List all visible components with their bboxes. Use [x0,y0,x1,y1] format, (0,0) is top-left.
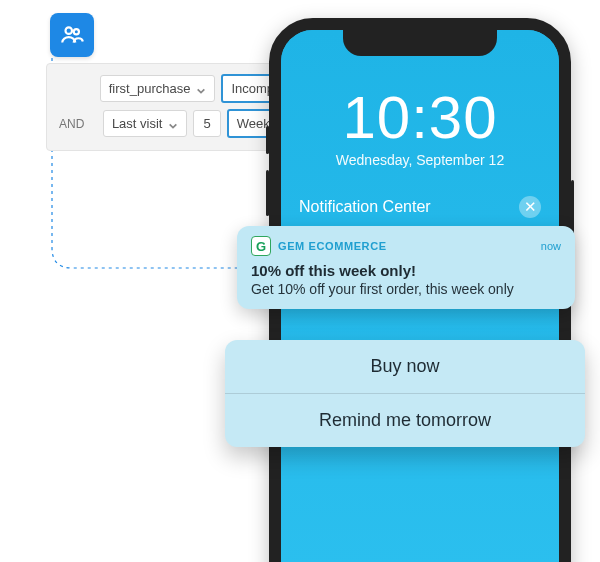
notification-app-name: GEM ECOMMERCE [278,240,387,252]
svg-point-1 [74,29,79,34]
notification-actions: Buy now Remind me tomorrow [225,340,585,447]
push-notification-card[interactable]: G GEM ECOMMERCE now 10% off this week on… [237,226,575,309]
filter-value-input[interactable]: 5 [193,110,220,137]
canvas: first_purchase Incomplete AND Last visit… [0,0,600,562]
phone-notch [343,28,497,56]
filter-attribute-label: Last visit [112,116,163,131]
filter-value-label: 5 [203,116,210,131]
notification-body: Get 10% off your first order, this week … [251,281,561,297]
chevron-down-icon [168,119,178,129]
notification-title: 10% off this week only! [251,262,561,279]
notification-center-title: Notification Center [299,198,431,216]
people-icon [59,22,85,48]
notification-timestamp: now [541,240,561,252]
svg-point-0 [66,27,73,34]
chevron-down-icon [196,84,206,94]
phone-side-button [266,170,269,216]
filter-attribute-first-purchase[interactable]: first_purchase [100,75,216,102]
lockscreen-date: Wednesday, September 12 [281,152,559,168]
and-operator-label: AND [59,117,97,131]
app-icon: G [251,236,271,256]
filter-attribute-label: first_purchase [109,81,191,96]
lockscreen-time: 10:30 [281,88,559,148]
filter-attribute-last-visit[interactable]: Last visit [103,110,188,137]
action-remind-tomorrow-button[interactable]: Remind me tomorrow [225,393,585,447]
notification-center-header: Notification Center ✕ [299,196,541,218]
app-icon-letter: G [256,239,266,254]
notification-header: G GEM ECOMMERCE now [251,236,561,256]
close-icon[interactable]: ✕ [519,196,541,218]
action-buy-now-button[interactable]: Buy now [225,340,585,393]
audience-icon-badge [50,13,94,57]
phone-side-button [266,126,269,154]
